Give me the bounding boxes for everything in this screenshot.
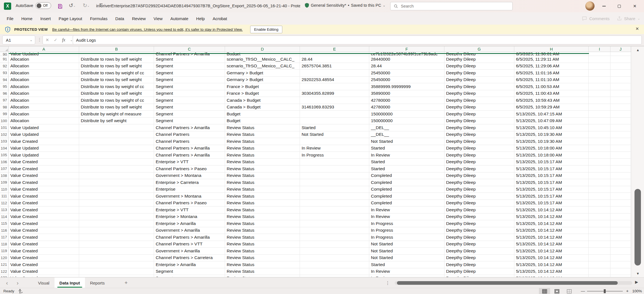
- cell-E113[interactable]: [300, 207, 369, 214]
- cell-B110[interactable]: [79, 186, 154, 193]
- cell-A102[interactable]: Value Updated: [9, 131, 79, 138]
- column-header-j[interactable]: J: [610, 46, 631, 52]
- cell-G123[interactable]: Deepthy Dileep: [444, 275, 514, 277]
- cell-C113[interactable]: Enterprise > VTT: [154, 207, 225, 214]
- cell-D110[interactable]: Review Status: [225, 186, 300, 193]
- cell-F106[interactable]: Started: [369, 159, 444, 166]
- cell-H93[interactable]: 6/5/2025, 11:01:16 AM: [514, 70, 589, 77]
- cell-J117[interactable]: [610, 234, 631, 241]
- cell-H122[interactable]: 5/13/2025, 10:14:12 AM: [514, 268, 589, 275]
- cell-D91[interactable]: scenario_TfrSO__Mexico__CALC_: [225, 56, 300, 63]
- row-header-104[interactable]: 104: [0, 145, 9, 152]
- cell-H110[interactable]: 5/13/2025, 10:15:17 AM: [514, 186, 589, 193]
- cell-B123[interactable]: [79, 275, 154, 277]
- cell-J94[interactable]: [610, 77, 631, 84]
- cell-E102[interactable]: Not Started: [300, 131, 369, 138]
- ribbon-tab-file[interactable]: File: [3, 12, 17, 25]
- cell-G113[interactable]: Deepthy Dileep: [444, 207, 514, 214]
- cell-D111[interactable]: Review Status: [225, 193, 300, 200]
- cell-G118[interactable]: Deepthy Dileep: [444, 241, 514, 248]
- cell-D122[interactable]: Review Status: [225, 268, 300, 275]
- cell-A101[interactable]: Value Updated: [9, 124, 79, 131]
- sheet-nav-left-icon[interactable]: ‹: [2, 278, 12, 288]
- ribbon-tab-automate[interactable]: Automate: [167, 12, 192, 25]
- row-header-108[interactable]: 108: [0, 172, 9, 179]
- cell-B114[interactable]: [79, 214, 154, 220]
- cell-F121[interactable]: Started: [369, 261, 444, 268]
- cell-I118[interactable]: [589, 241, 610, 248]
- cell-D115[interactable]: Review Status: [225, 220, 300, 227]
- row-header-106[interactable]: 106: [0, 159, 9, 166]
- cell-A116[interactable]: Value Created: [9, 227, 79, 234]
- cell-C107[interactable]: Channel Partners > Paseo: [154, 165, 225, 172]
- cell-I110[interactable]: [589, 186, 610, 193]
- row-header-115[interactable]: 115: [0, 220, 9, 227]
- ribbon-tab-formulas[interactable]: Formulas: [86, 12, 112, 25]
- cell-E92[interactable]: 26575704.3851: [300, 63, 369, 70]
- share-button[interactable]: Share ⌄: [617, 16, 640, 21]
- accessibility-icon[interactable]: [18, 289, 23, 294]
- cell-D118[interactable]: Review Status: [225, 241, 300, 248]
- cell-C94[interactable]: Segment: [154, 77, 225, 84]
- cell-B115[interactable]: [79, 220, 154, 227]
- ribbon-tab-home[interactable]: Home: [17, 12, 36, 25]
- cell-D104[interactable]: Review Status: [225, 145, 300, 152]
- sensitivity-group[interactable]: General Sensitivity* • Saved to this PC …: [305, 3, 385, 8]
- cell-D105[interactable]: Review Status: [225, 152, 300, 159]
- cell-E99[interactable]: [300, 111, 369, 118]
- cell-D113[interactable]: Review Status: [225, 207, 300, 214]
- cell-A110[interactable]: Value Created: [9, 186, 79, 193]
- cell-D106[interactable]: Review Status: [225, 159, 300, 166]
- cell-I95[interactable]: [589, 83, 610, 90]
- cell-E95[interactable]: [300, 83, 369, 90]
- cell-E108[interactable]: [300, 172, 369, 179]
- view-page-break-button[interactable]: [564, 288, 575, 294]
- cell-J107[interactable]: [610, 165, 631, 172]
- cell-F123[interactable]: In Review: [369, 275, 444, 277]
- cell-H112[interactable]: 5/13/2025, 10:15:17 AM: [514, 200, 589, 207]
- cell-J92[interactable]: [610, 63, 631, 70]
- cell-D123[interactable]: Review Status: [225, 275, 300, 277]
- cell-I99[interactable]: [589, 111, 610, 118]
- cell-C95[interactable]: Segment: [154, 83, 225, 90]
- cell-E91[interactable]: 28.44: [300, 56, 369, 63]
- cell-F117[interactable]: In Progress: [369, 234, 444, 241]
- cell-G97[interactable]: Deepthy Dileep: [444, 97, 514, 104]
- sheet-nav-right-icon[interactable]: ›: [13, 278, 22, 288]
- scroll-up-icon[interactable]: ▲: [631, 48, 644, 52]
- cell-J111[interactable]: [610, 193, 631, 200]
- cell-E90[interactable]: [300, 52, 369, 56]
- cell-H108[interactable]: 5/13/2025, 10:15:17 AM: [514, 172, 589, 179]
- row-header-101[interactable]: 101: [0, 124, 9, 131]
- cell-J116[interactable]: [610, 227, 631, 234]
- cell-H117[interactable]: 5/13/2025, 10:14:12 AM: [514, 234, 589, 241]
- cell-H113[interactable]: 5/13/2025, 10:14:12 AM: [514, 207, 589, 214]
- cell-F113[interactable]: In Review: [369, 207, 444, 214]
- row-header-107[interactable]: 107: [0, 165, 9, 172]
- cell-E120[interactable]: [300, 255, 369, 262]
- cell-D93[interactable]: Germany > Budget: [225, 70, 300, 77]
- cell-I108[interactable]: [589, 172, 610, 179]
- cell-G119[interactable]: Deepthy Dileep: [444, 248, 514, 255]
- protected-view-message[interactable]: Be careful—files from the Internet can c…: [52, 27, 243, 32]
- cell-J106[interactable]: [610, 159, 631, 166]
- row-header-99[interactable]: 99: [0, 111, 9, 118]
- cell-A92[interactable]: Allocation: [9, 63, 79, 70]
- cell-B92[interactable]: Distribute to rows by self weight: [79, 63, 154, 70]
- cell-E106[interactable]: [300, 159, 369, 166]
- sheet-tab-visual[interactable]: Visual: [33, 278, 55, 288]
- cell-C91[interactable]: Segment: [154, 56, 225, 63]
- cell-B119[interactable]: [79, 248, 154, 255]
- save-icon[interactable]: [56, 3, 64, 10]
- cell-C103[interactable]: Channel Partners: [154, 138, 225, 145]
- cell-E122[interactable]: [300, 268, 369, 275]
- cell-J123[interactable]: [610, 275, 631, 277]
- horizontal-scroll-thumb[interactable]: [397, 281, 618, 285]
- cell-B96[interactable]: Distribute to rows by self weight: [79, 90, 154, 97]
- cell-D119[interactable]: Review Status: [225, 248, 300, 255]
- row-header-91[interactable]: 91: [0, 56, 9, 63]
- cell-H123[interactable]: 5/13/2025, 10:14:12 AM: [514, 275, 589, 277]
- cell-C117[interactable]: Channel Partners > Amarilla: [154, 234, 225, 241]
- cell-F99[interactable]: 150000000: [369, 111, 444, 118]
- cell-A123[interactable]: Value Created: [9, 275, 79, 277]
